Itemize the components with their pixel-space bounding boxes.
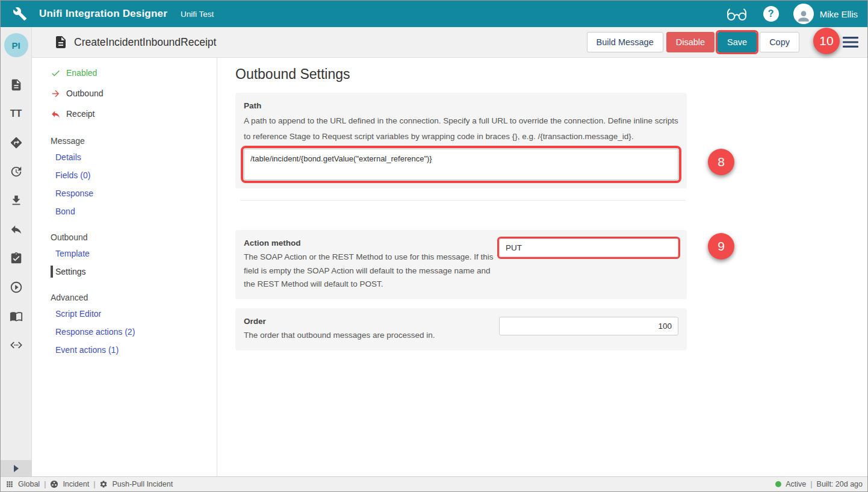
annotation-step-9: 9 (708, 233, 734, 260)
nav-item-outbound[interactable]: Outbound (32, 83, 217, 104)
sidebar-expand-button[interactable] (1, 460, 32, 476)
nav-link-details[interactable]: Details (32, 148, 217, 166)
built-label: Built: 20d ago (817, 480, 863, 488)
action-method-panel: Action method The SOAP Action or the RES… (235, 230, 687, 299)
nav-section-advanced: Advanced (32, 293, 217, 302)
section-divider (240, 200, 686, 201)
annotation-step-8: 8 (708, 149, 734, 175)
incident-app-icon (50, 480, 58, 488)
directions-icon[interactable] (10, 136, 23, 149)
nav-item-enabled[interactable]: Enabled (32, 63, 217, 83)
nav-section-outbound: Outbound (32, 232, 217, 242)
reply-icon[interactable] (10, 223, 23, 236)
gear-icon (99, 480, 108, 488)
user-name[interactable]: Mike Ellis (820, 9, 858, 19)
grid-icon (5, 480, 14, 488)
book-icon[interactable] (10, 310, 23, 323)
nav-link-bond[interactable]: Bond (32, 202, 217, 220)
section-heading: Outbound Settings (235, 66, 867, 83)
integration-label: Push-Pull Incident (112, 480, 173, 488)
path-description: A path to append to the URL defined in t… (244, 113, 678, 144)
nav-link-response[interactable]: Response (32, 184, 217, 202)
app-label: Incident (63, 480, 89, 488)
nav-link-template[interactable]: Template (32, 244, 217, 263)
message-doc-icon (54, 35, 68, 49)
settings-form: Outbound Settings Path A path to append … (217, 58, 867, 476)
unifi-integration-designer-window: Unifi Integration Designer Unifi Test ? … (0, 0, 868, 492)
clipboard-check-icon[interactable] (10, 252, 23, 265)
user-avatar[interactable] (793, 4, 814, 24)
order-label: Order (244, 317, 495, 326)
icon-rail: PI TT (1, 27, 32, 476)
nav-link-response-actions[interactable]: Response actions (2) (32, 323, 217, 341)
order-panel: Order The order that outbound messages a… (235, 308, 687, 350)
help-icon[interactable]: ? (763, 6, 779, 22)
app-title: Unifi Integration Designer (39, 8, 167, 20)
message-nav: Enabled Outbound Receipt Message Details… (32, 58, 217, 476)
save-button[interactable]: Save (718, 32, 757, 52)
spectacles-icon[interactable] (726, 7, 748, 21)
person-icon (796, 8, 811, 24)
reply-arrow-icon (51, 109, 61, 119)
menu-icon[interactable] (843, 36, 858, 49)
download-icon[interactable] (10, 194, 23, 207)
nav-link-script-editor[interactable]: Script Editor (32, 305, 217, 323)
integration-badge: PI (4, 33, 28, 57)
status-bar: Global | Incident | Push-Pull Incident A… (1, 476, 867, 491)
page-title: CreateIncidentInboundReceipt (74, 36, 216, 49)
active-status-icon (775, 481, 781, 487)
order-description: The order that outbound messages are pro… (244, 329, 495, 342)
nav-link-event-actions[interactable]: Event actions (1) (32, 341, 217, 359)
annotation-step-10: 10 (813, 28, 840, 54)
text-format-icon[interactable]: TT (10, 107, 23, 120)
nav-section-message: Message (32, 136, 217, 146)
code-icon[interactable] (10, 338, 23, 352)
active-status-label: Active (786, 480, 806, 488)
wrench-icon (13, 7, 27, 21)
path-field-panel: Path A path to append to the URL defined… (235, 93, 687, 188)
path-label: Path (244, 101, 678, 110)
order-input[interactable] (499, 317, 678, 335)
action-method-description: The SOAP Action or the REST Method to us… (244, 251, 495, 291)
history-icon[interactable] (10, 165, 23, 178)
record-header: CreateIncidentInboundReceipt Build Messa… (32, 27, 867, 58)
document-icon[interactable] (10, 78, 23, 92)
copy-button[interactable]: Copy (760, 32, 799, 52)
top-app-bar: Unifi Integration Designer Unifi Test ? … (1, 1, 867, 27)
nav-link-fields[interactable]: Fields (0) (32, 166, 217, 184)
action-method-input[interactable] (499, 238, 678, 257)
scope-label: Global (18, 480, 40, 488)
nav-item-receipt[interactable]: Receipt (32, 104, 217, 124)
expand-arrow-icon (14, 465, 19, 472)
instance-name: Unifi Test (181, 10, 214, 19)
nav-link-settings[interactable]: Settings (32, 263, 217, 281)
path-input[interactable]: /table/incident/{bond.getValue("external… (244, 149, 678, 180)
action-method-label: Action method (244, 238, 495, 248)
disable-button[interactable]: Disable (666, 32, 715, 52)
play-circle-icon[interactable] (10, 281, 23, 294)
arrow-right-icon (51, 89, 61, 99)
build-message-button[interactable]: Build Message (587, 32, 663, 52)
check-icon (51, 68, 61, 78)
